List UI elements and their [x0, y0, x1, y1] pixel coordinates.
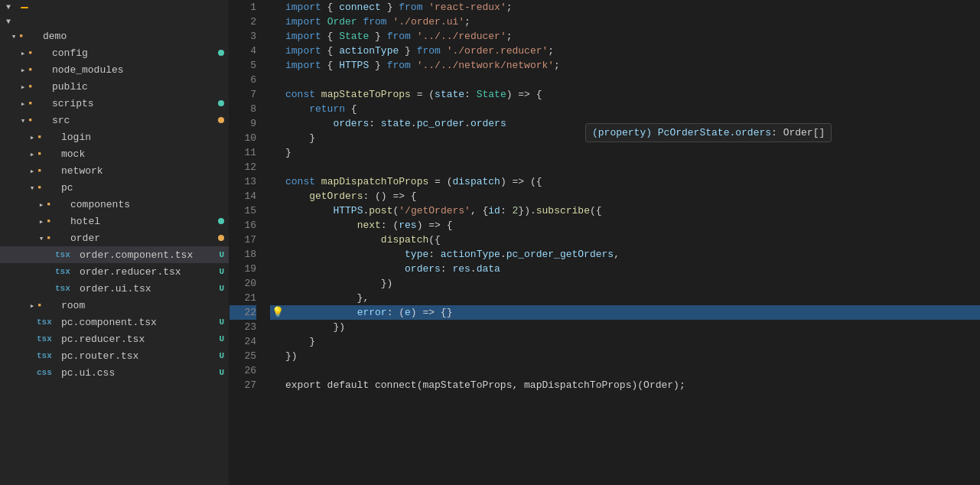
line-number: 7	[230, 87, 256, 102]
code-line: return {	[270, 102, 980, 116]
tree-item-order-component-tsx[interactable]: tsx order.component.tsx U	[0, 246, 229, 263]
token	[285, 205, 333, 216]
tree-item-hotel[interactable]: ▸ ▪ hotel	[0, 213, 229, 229]
line-text: orders: res.data	[285, 262, 980, 276]
tree-item-order-ui-tsx[interactable]: tsx order.ui.tsx U	[0, 280, 229, 297]
line-number: 10	[230, 131, 256, 145]
file-type-icon: ▪	[46, 216, 66, 227]
chevron-icon: ▸	[28, 166, 37, 176]
token: {	[321, 60, 339, 71]
token: ) => ({	[500, 176, 542, 187]
tree-item-label: src	[50, 115, 218, 126]
token	[285, 103, 309, 115]
tree-item-pc-ui-css[interactable]: css pc.ui.css U	[0, 364, 229, 381]
token	[411, 31, 417, 42]
token: res	[452, 263, 470, 275]
token: import	[285, 16, 321, 28]
chevron-down-icon: ▼	[6, 3, 11, 11]
tree-item-order[interactable]: ▾ ▪ order	[0, 229, 229, 246]
status-u: U	[219, 284, 224, 293]
token: state	[435, 89, 464, 100]
tsx-icon: tsx	[37, 351, 52, 360]
tree-item-room[interactable]: ▸ ▪ room	[0, 297, 229, 314]
chevron-icon: ▸	[18, 48, 28, 58]
token: orders	[333, 118, 369, 129]
tree-item-order-reducer-tsx[interactable]: tsx order.reducer.tsx U	[0, 263, 229, 280]
line-text: getOrders: () => {	[285, 189, 980, 203]
tree-item-demo[interactable]: ▾ ▪ demo	[0, 28, 229, 44]
code-area[interactable]: import { connect } from 'react-redux';im…	[264, 0, 980, 485]
token: next	[357, 220, 381, 231]
tree-item-config[interactable]: ▸ ▪ config	[0, 44, 229, 61]
token: State	[339, 31, 369, 42]
line-number: 6	[230, 73, 256, 87]
file-type-icon: ▪	[37, 300, 57, 311]
tree-item-login[interactable]: ▸ ▪ login	[0, 129, 229, 145]
tree-item-src[interactable]: ▾ ▪ src	[0, 112, 229, 129]
tree-item-public[interactable]: ▸ ▪ public	[0, 78, 229, 95]
line-text: }	[285, 334, 980, 349]
token: './order.reducer'	[447, 45, 549, 57]
tree-item-mock[interactable]: ▸ ▪ mock	[0, 145, 229, 162]
chevron-icon: ▸	[37, 200, 46, 210]
token: }	[369, 31, 386, 42]
line-number: 13	[230, 174, 256, 189]
code-line	[270, 363, 980, 378]
token: , {	[470, 205, 488, 216]
file-type-icon: tsx	[37, 334, 57, 343]
token: actionType	[441, 249, 500, 260]
folder-icon: ▪	[28, 81, 34, 93]
code-line: getOrders: () => {	[270, 189, 980, 203]
tree-item-label: order.reducer.tsx	[78, 266, 219, 278]
tree-item-pc-reducer-tsx[interactable]: tsx pc.reducer.tsx U	[0, 330, 229, 347]
token: type	[405, 249, 428, 260]
file-type-icon: tsx	[37, 351, 57, 360]
status-u: U	[219, 334, 224, 343]
token: dispatch	[381, 234, 428, 246]
token: })	[285, 350, 298, 362]
code-line: }	[270, 334, 980, 349]
line-text: import Order from './order.ui';	[285, 15, 980, 29]
token: .	[500, 249, 506, 260]
token	[285, 220, 357, 231]
token: = (	[411, 89, 435, 100]
file-type-icon: ▪	[37, 182, 57, 194]
code-line: next: (res) => {	[270, 218, 980, 233]
folder-icon: ▪	[28, 115, 34, 126]
token: :	[369, 118, 381, 129]
chevron-icon: ▸	[37, 216, 46, 226]
token	[321, 16, 327, 28]
tree-item-pc[interactable]: ▾ ▪ pc	[0, 179, 229, 196]
code-line: })	[270, 349, 980, 363]
chevron-icon: ▾	[28, 183, 37, 193]
code-line: 💡 error: (e) => {}	[270, 305, 980, 320]
tree-item-label: pc	[60, 182, 229, 194]
token: .	[464, 118, 470, 129]
folder-icon: ▪	[18, 31, 24, 42]
line-text: },	[285, 291, 980, 305]
tree-item-pc-component-tsx[interactable]: tsx pc.component.tsx U	[0, 314, 229, 330]
tree-item-label: node_modules	[50, 64, 229, 76]
code-line: HTTPS.post('/getOrders', {id: 2}).subscr…	[270, 203, 980, 218]
token: })	[285, 278, 392, 289]
tree-item-components[interactable]: ▸ ▪ components	[0, 196, 229, 213]
tree-item-pc-router-tsx[interactable]: tsx pc.router.tsx U	[0, 347, 229, 364]
code-line: import Order from './order.ui';	[270, 15, 980, 29]
tree-item-network[interactable]: ▸ ▪ network	[0, 162, 229, 179]
token: ;	[548, 45, 554, 57]
tree-item-node_modules[interactable]: ▸ ▪ node_modules	[0, 61, 229, 78]
file-type-icon: tsx	[55, 267, 75, 276]
token: : () => {	[363, 190, 416, 202]
token: :	[500, 205, 513, 216]
file-type-icon: ▪	[28, 47, 47, 59]
token	[285, 190, 309, 202]
token: '../../reducer'	[417, 31, 506, 42]
line-text: export default connect(mapStateToProps, …	[285, 378, 980, 392]
status-u: U	[219, 368, 224, 377]
token	[441, 45, 447, 57]
token: '/getOrders'	[399, 205, 470, 216]
line-number: 15	[230, 203, 256, 218]
token: from	[387, 31, 411, 42]
lightbulb-icon[interactable]: 💡	[272, 305, 284, 320]
tree-item-scripts[interactable]: ▸ ▪ scripts	[0, 95, 229, 112]
